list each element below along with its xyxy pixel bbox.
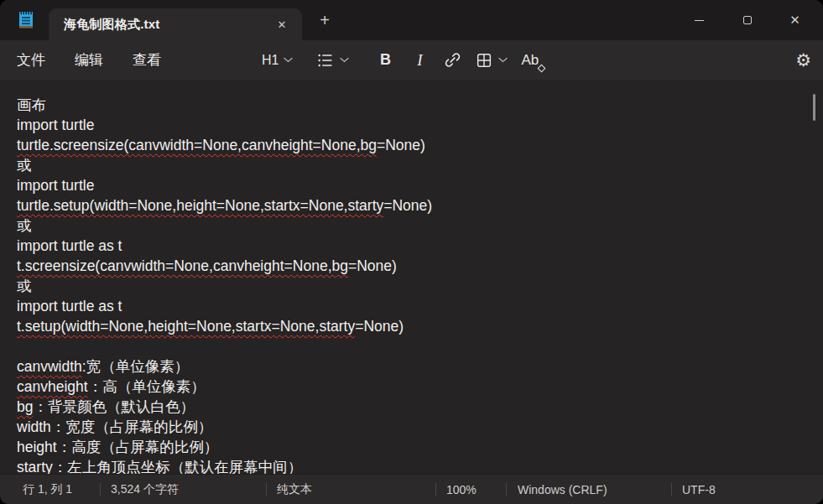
insert-link-button[interactable] xyxy=(443,46,462,75)
editor-line: canvheight：高（单位像素） xyxy=(17,377,798,397)
link-icon xyxy=(443,50,462,70)
notepad-window: 海龟制图格式.txt ✕ + ✕ 文件 编辑 查看 H1 xyxy=(0,0,823,504)
insert-table-dropdown[interactable] xyxy=(475,46,508,75)
titlebar: 海龟制图格式.txt ✕ + ✕ xyxy=(0,0,823,40)
chevron-down-icon xyxy=(340,57,349,63)
bold-button[interactable]: B xyxy=(373,46,397,75)
gear-icon: ⚙ xyxy=(795,50,811,70)
status-bar: 行 1, 列 1 3,524 个字符 纯文本 100% Windows (CRL… xyxy=(0,474,823,504)
chevron-down-icon xyxy=(498,57,508,63)
bulleted-list-icon xyxy=(316,51,335,70)
notepad-app-icon xyxy=(15,9,37,31)
encoding-status: UTF-8 xyxy=(671,475,823,504)
editor-line: 或 xyxy=(17,216,798,236)
menu-view[interactable]: 查看 xyxy=(133,50,161,70)
editor-line: t.setup(width=None,height=None,startx=No… xyxy=(17,316,798,336)
editor-line: t.screensize(canvwidth=None,canvheight=N… xyxy=(17,256,798,276)
command-bar: 文件 编辑 查看 H1 B I xyxy=(0,40,823,80)
tab-title: 海龟制图格式.txt xyxy=(64,17,160,33)
italic-button[interactable]: I xyxy=(408,46,431,75)
editor-line: import turtle xyxy=(17,115,798,135)
list-dropdown[interactable] xyxy=(316,46,349,75)
line-ending-status: Windows (CRLF) xyxy=(506,475,671,504)
editor-line: 或 xyxy=(17,155,798,175)
minimize-button[interactable] xyxy=(675,0,723,40)
clear-formatting-icon: Ab xyxy=(521,52,539,69)
text-editor-area[interactable]: 画布import turtleturtle.screensize(canvwid… xyxy=(0,80,823,474)
heading-style-label: H1 xyxy=(262,53,279,68)
window-controls: ✕ xyxy=(675,0,819,40)
editor-line: 或 xyxy=(17,276,798,296)
editor-line: turtle.screensize(canvwidth=None,canvhei… xyxy=(17,135,798,155)
editor-line: canvwidth:宽（单位像素） xyxy=(17,356,798,377)
tab-close-button[interactable]: ✕ xyxy=(272,15,292,35)
minimize-icon xyxy=(695,20,704,21)
editor-line: width：宽度（占屏幕的比例） xyxy=(17,417,798,437)
bold-icon: B xyxy=(380,51,391,69)
close-button[interactable]: ✕ xyxy=(771,0,819,40)
italic-icon: I xyxy=(417,51,422,70)
new-tab-button[interactable]: + xyxy=(314,9,336,31)
table-icon xyxy=(475,51,493,70)
clear-formatting-button[interactable]: Ab xyxy=(521,46,544,75)
editor-line: starty：左上角顶点坐标（默认在屏幕中间） xyxy=(17,457,798,474)
maximize-button[interactable] xyxy=(723,0,771,40)
editor-line: import turtle as t xyxy=(17,296,798,316)
menu-edit[interactable]: 编辑 xyxy=(75,50,103,70)
editor-line: 画布 xyxy=(17,95,798,115)
vertical-scrollbar-thumb[interactable] xyxy=(813,94,815,121)
editor-line: height：高度（占屏幕的比例） xyxy=(17,437,798,457)
document-type-status: 纯文本 xyxy=(266,475,435,504)
editor-line xyxy=(17,336,798,356)
menu-file[interactable]: 文件 xyxy=(17,50,45,70)
settings-button[interactable]: ⚙ xyxy=(795,46,811,75)
cursor-position-status: 行 1, 列 1 xyxy=(0,475,100,504)
character-count-status: 3,524 个字符 xyxy=(100,475,266,504)
maximize-icon xyxy=(743,16,752,24)
editor-line: import turtle as t xyxy=(17,236,798,256)
editor-content: 画布import turtleturtle.screensize(canvwid… xyxy=(17,95,798,474)
heading-style-dropdown[interactable]: H1 xyxy=(262,46,293,75)
chevron-down-icon xyxy=(284,57,293,63)
editor-line: import turtle xyxy=(17,175,798,195)
zoom-level-status[interactable]: 100% xyxy=(435,475,506,504)
tab-document[interactable]: 海龟制图格式.txt ✕ xyxy=(49,8,302,40)
eraser-icon xyxy=(538,64,546,72)
editor-line: bg：背景颜色（默认白色） xyxy=(17,397,798,417)
editor-line: turtle.setup(width=None,height=None,star… xyxy=(17,195,798,216)
